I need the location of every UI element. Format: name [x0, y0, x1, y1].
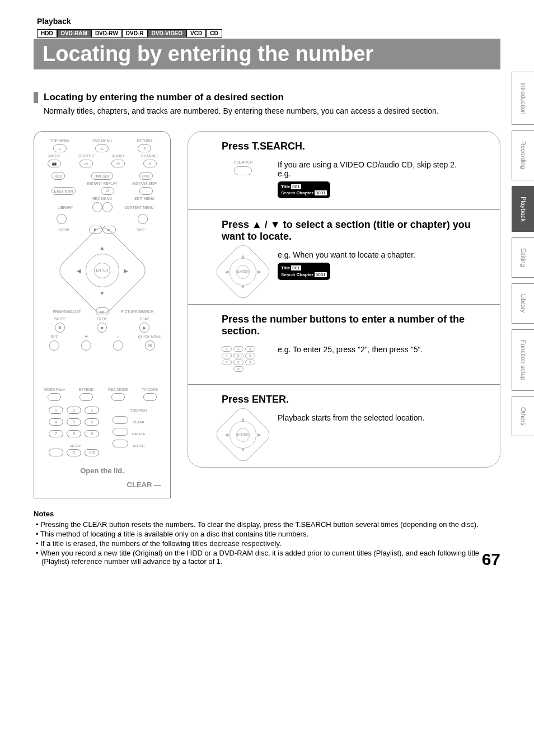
step-2: Press ▲ / ▼ to select a section (title o… [188, 210, 500, 305]
media-tag: DVD-R [122, 29, 148, 38]
side-tabs: Introduction Recording Playback Editing … [512, 72, 534, 436]
step-head: Press the number buttons to enter a numb… [222, 314, 486, 337]
numpad-illustration: 123T.SEARCH 456CLEAR 789DELETE SETUPENTE… [39, 407, 166, 456]
media-tag: DVD-VIDEO [148, 29, 187, 38]
osd-display: Title001 Search Chapter0001 [278, 181, 330, 198]
step-1: Press T.SEARCH. T.SEARCH If you are usin… [188, 132, 500, 210]
intro-text: Normally titles, chapters, and tracks ar… [44, 106, 500, 115]
note-item: This method of locating a title is avail… [38, 530, 500, 538]
page-number: 67 [482, 550, 500, 569]
step-head: Press ▲ / ▼ to select a section (title o… [222, 219, 486, 242]
note-item: Pressing the CLEAR button resets the num… [38, 520, 500, 529]
step-head: Press ENTER. [222, 394, 486, 405]
dpad-illustration: ENTER ▲ ▼ ◀ ▶ [69, 237, 136, 304]
note-item: When you record a new title (Original) o… [38, 549, 500, 566]
note-item: If a title is erased, the numbers of the… [38, 539, 500, 548]
steps-panel: Press T.SEARCH. T.SEARCH If you are usin… [188, 131, 500, 468]
clear-label: CLEAR — [39, 480, 166, 489]
side-tab-library[interactable]: Library [512, 283, 534, 324]
side-tab-editing[interactable]: Editing [512, 237, 534, 278]
osd-display: Title001 Search Chapter0001 [278, 263, 330, 279]
side-tab-introduction[interactable]: Introduction [512, 72, 534, 125]
side-tab-function-setup[interactable]: Function setup [512, 329, 534, 391]
media-tag: CD [206, 29, 222, 38]
tsearch-button-graphic: T.SEARCH [222, 160, 264, 175]
step-text: If you are using a VIDEO CD/audio CD, sk… [278, 160, 486, 169]
remote-illustration: TOP MENUDVD MENURETURN ▭☰∧ ANGLESUBTITLE… [34, 131, 171, 498]
open-lid-label: Open the lid. [39, 466, 166, 475]
media-tag: VCD [186, 29, 206, 38]
side-tab-others[interactable]: Others [512, 396, 534, 436]
step-3: Press the number buttons to enter a numb… [188, 305, 500, 385]
step-head: Press T.SEARCH. [222, 141, 486, 152]
subhead: Locating by entering the number of a des… [44, 92, 500, 103]
notes-head: Notes [34, 510, 500, 518]
step-text: e.g. [278, 169, 486, 178]
step-4: Press ENTER. ENTER ▲▼◀▶ Playback starts … [188, 385, 500, 467]
page-title: Locating by entering the number [0, 39, 534, 69]
media-tag: HDD [37, 29, 57, 38]
step-text: e.g. When you want to locate a chapter. [278, 250, 486, 259]
step-text: Playback starts from the selected locati… [278, 413, 486, 422]
numpad-graphic: 123 456 789 0 [222, 345, 264, 373]
dpad-graphic: ENTER ▲▼◀▶ [222, 250, 264, 293]
dpad-graphic: ENTER ▲▼◀▶ [222, 413, 264, 456]
side-tab-recording[interactable]: Recording [512, 130, 534, 180]
side-tab-playback[interactable]: Playback [512, 186, 534, 232]
notes-section: Notes Pressing the CLEAR button resets t… [34, 510, 500, 566]
section-label: Playback [37, 17, 500, 26]
media-tags: HDD DVD-RAM DVD-RW DVD-R DVD-VIDEO VCD C… [37, 29, 500, 38]
media-tag: DVD-RW [91, 29, 122, 38]
media-tag: DVD-RAM [57, 29, 91, 38]
step-text: e.g. To enter 25, press "2", then press … [278, 345, 486, 354]
